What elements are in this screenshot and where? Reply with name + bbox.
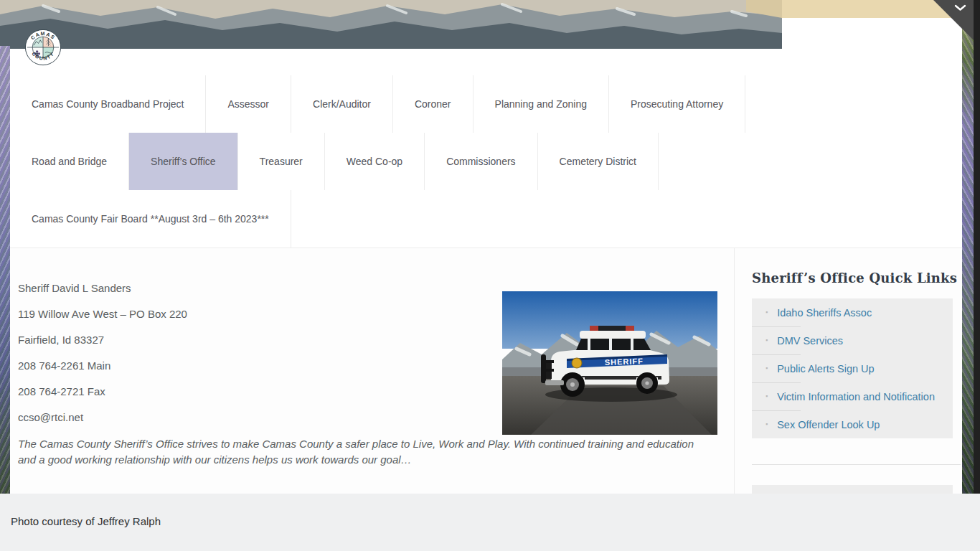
quick-link[interactable]: Idaho Sheriffs Assoc — [777, 307, 872, 319]
nav-item[interactable]: Camas County Broadband Project — [10, 75, 205, 133]
quick-link[interactable]: Public Alerts Sign Up — [777, 363, 874, 375]
sidebar: Sheriff’s Office Quick Links ▪ Idaho She… — [752, 248, 963, 494]
vehicle-sheriff-text: SHERIFF — [605, 357, 644, 367]
sheriff-vehicle-photo: SHERIFF — [502, 291, 717, 435]
chevron-down-icon — [954, 4, 966, 11]
sheriff-contact-info: Sheriff David L Sanders119 Willow Ave We… — [18, 282, 187, 437]
contact-line: 208 764-2721 Fax — [18, 385, 187, 398]
sidebar-divider — [752, 464, 961, 465]
quick-link-item[interactable]: ▪ Public Alerts Sign Up — [752, 354, 953, 382]
column-divider — [734, 248, 735, 494]
contact-line: ccso@rtci.net — [18, 411, 187, 424]
quick-link[interactable]: Victim Information and Notification — [777, 391, 935, 402]
nav-item[interactable]: Camas County Fair Board **August 3rd – 6… — [10, 190, 291, 248]
nav-item[interactable]: Sheriff’s Office — [128, 133, 237, 190]
quick-link-divider — [752, 382, 801, 383]
quick-link-item[interactable]: ▪ Victim Information and Notification — [752, 382, 953, 410]
quick-links-panel: ▪ Idaho Sheriffs Assoc ▪ DMV Services ▪ … — [752, 298, 953, 438]
nav-item[interactable]: Road and Bridge — [10, 133, 128, 190]
mountain-backdrop-image — [0, 0, 980, 49]
photo-credit: Photo courtesy of Jeffrey Ralph — [11, 515, 161, 527]
background-flowers-left — [0, 46, 10, 494]
quick-link-divider — [752, 326, 801, 327]
nav-item[interactable]: Treasurer — [237, 133, 324, 190]
county-logo[interactable]: CAMAS COUNTY — [24, 29, 62, 66]
square-bullet-icon: ▪ — [765, 309, 768, 316]
corner-scroll-button[interactable] — [933, 0, 974, 40]
nav-item[interactable]: Coroner — [392, 75, 473, 133]
background-flowers-right — [962, 17, 974, 494]
main-navigation: Camas County Broadband ProjectAssessorCl… — [10, 75, 957, 248]
sidebar-heading: Sheriff’s Office Quick Links — [752, 270, 963, 287]
contact-line: 208 764-2261 Main — [18, 359, 187, 372]
scrollbar[interactable] — [974, 0, 980, 551]
nav-item[interactable]: Clerk/Auditor — [291, 75, 392, 133]
content-area: Sheriff David L Sanders119 Willow Ave We… — [10, 248, 962, 494]
square-bullet-icon: ▪ — [765, 365, 768, 372]
quick-link-item[interactable]: ▪ DMV Services — [752, 326, 953, 354]
contact-line: Fairfield, Id 83327 — [18, 334, 187, 347]
corner-triangle — [933, 0, 974, 40]
quick-link-divider — [752, 410, 801, 411]
quick-link[interactable]: DMV Services — [777, 335, 843, 347]
quick-link-item[interactable]: ▪ Idaho Sheriffs Assoc — [752, 298, 953, 326]
quick-link[interactable]: Sex Offender Look Up — [777, 419, 880, 430]
nav-row-3: Camas County Fair Board **August 3rd – 6… — [10, 190, 957, 248]
contact-line: Sheriff David L Sanders — [18, 282, 187, 295]
nav-item[interactable]: Prosecuting Attorney — [608, 75, 745, 133]
mission-statement: The Camas County Sheriff’s Office strive… — [18, 436, 696, 467]
nav-row-2: Road and BridgeSheriff’s OfficeTreasurer… — [10, 133, 957, 190]
contact-line: 119 Willow Ave West – PO Box 220 — [18, 308, 187, 321]
square-bullet-icon: ▪ — [765, 337, 768, 344]
quick-link-divider — [752, 354, 801, 355]
square-bullet-icon: ▪ — [765, 421, 768, 428]
square-bullet-icon: ▪ — [765, 393, 768, 400]
nav-item[interactable]: Weed Co-op — [324, 133, 424, 190]
nav-item[interactable]: Commissioners — [424, 133, 537, 190]
nav-item[interactable]: Cemetery District — [537, 133, 659, 190]
nav-item[interactable]: Planning and Zoning — [473, 75, 608, 133]
page: CAMAS COUNTY Camas County Broadband Proj… — [0, 0, 980, 551]
footer: Photo courtesy of Jeffrey Ralph — [0, 494, 980, 551]
quick-link-item[interactable]: ▪ Sex Offender Look Up — [752, 410, 953, 438]
nav-row-1: Camas County Broadband ProjectAssessorCl… — [10, 75, 957, 133]
nav-item[interactable]: Assessor — [205, 75, 291, 133]
